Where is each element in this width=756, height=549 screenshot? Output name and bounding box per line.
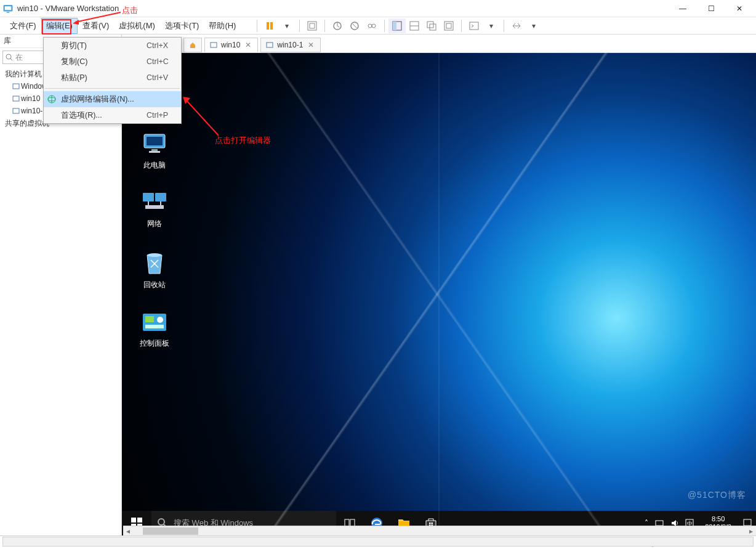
menu-vm[interactable]: 虚拟机(M) <box>114 18 160 34</box>
desktop-icon-controlpanel[interactable]: 控制面板 <box>133 311 176 349</box>
svg-rect-24 <box>211 43 217 47</box>
desktop-icon-thispc[interactable]: 此电脑 <box>133 133 176 171</box>
svg-rect-32 <box>145 205 164 209</box>
tab-win10-1[interactable]: win10-1 ✕ <box>260 38 321 52</box>
svg-rect-2 <box>7 12 10 13</box>
svg-rect-31 <box>155 193 166 201</box>
tab-win10-label: win10 <box>221 41 240 49</box>
annotation-text-open-editor: 点击打开编辑器 <box>215 135 271 146</box>
vmware-icon <box>2 3 14 14</box>
menu-bar: 文件(F) 编辑(E) 查看(V) 虚拟机(M) 选项卡(T) 帮助(H) ▾ … <box>0 17 756 35</box>
svg-rect-39 <box>145 325 164 328</box>
svg-rect-30 <box>143 193 154 201</box>
svg-rect-40 <box>131 518 136 523</box>
suspend-icon[interactable] <box>261 18 278 33</box>
monitor-icon <box>142 133 167 157</box>
globe-icon <box>44 95 60 104</box>
svg-rect-37 <box>145 316 154 322</box>
snapshot-revert-icon[interactable] <box>346 18 363 33</box>
svg-rect-23 <box>13 108 19 113</box>
svg-point-9 <box>372 24 376 28</box>
svg-rect-28 <box>151 149 158 151</box>
vm-icon <box>210 41 217 49</box>
title-bar: win10 - VMware Workstation ― ☐ ✕ <box>0 0 756 17</box>
svg-rect-58 <box>744 519 751 526</box>
tab-strip: win10 ✕ win10-1 ✕ <box>122 35 756 53</box>
menu-item-copy[interactable]: 复制(C) Ctrl+C <box>44 54 181 70</box>
menu-separator <box>45 88 180 89</box>
view-single-icon[interactable] <box>388 18 406 33</box>
svg-rect-41 <box>137 518 142 523</box>
svg-rect-18 <box>470 22 478 30</box>
svg-rect-22 <box>13 96 19 101</box>
menu-item-cut[interactable]: 剪切(T) Ctrl+X <box>44 38 181 54</box>
svg-rect-3 <box>267 22 269 30</box>
svg-point-38 <box>157 317 163 323</box>
menu-help[interactable]: 帮助(H) <box>204 18 241 34</box>
home-icon <box>189 41 196 49</box>
vm-icon <box>266 41 273 49</box>
send-cad-icon[interactable] <box>304 18 321 33</box>
tab-home[interactable] <box>183 38 202 52</box>
content-scrollbar-horizontal[interactable]: ◂ ▸ <box>123 526 756 535</box>
svg-rect-14 <box>427 22 433 28</box>
menu-item-preferences[interactable]: 首选项(R)... Ctrl+P <box>44 107 181 123</box>
window-title: win10 - VMware Workstation <box>17 4 669 13</box>
watermark: @51CTO博客 <box>688 490 746 501</box>
content-area: win10 ✕ win10-1 ✕ 此电脑 网络 <box>122 35 756 535</box>
svg-rect-15 <box>430 24 436 30</box>
tab-win10-1-label: win10-1 <box>277 41 303 49</box>
network-icon <box>142 192 167 215</box>
recyclebin-icon <box>142 250 167 276</box>
library-title: 库 <box>4 36 11 46</box>
view-fullscreen-icon[interactable] <box>440 18 457 33</box>
tab-win10-1-close-icon[interactable]: ✕ <box>307 41 315 49</box>
svg-rect-4 <box>270 22 273 30</box>
menu-edit[interactable]: 编辑(E) <box>41 18 78 34</box>
svg-rect-21 <box>13 84 19 89</box>
tab-win10-close-icon[interactable]: ✕ <box>244 41 252 49</box>
library-search-placeholder: 在 <box>15 52 23 63</box>
svg-point-19 <box>6 54 11 59</box>
dropdown-icon[interactable]: ▾ <box>278 18 296 33</box>
menu-view[interactable]: 查看(V) <box>78 18 114 34</box>
dropdown3-icon[interactable]: ▾ <box>525 18 542 33</box>
annotation-text-click: 点击 <box>122 5 138 16</box>
svg-rect-11 <box>393 22 396 30</box>
minimize-button[interactable]: ― <box>669 0 697 17</box>
scroll-left-icon[interactable]: ◂ <box>123 527 133 535</box>
svg-rect-54 <box>656 521 663 526</box>
console-icon[interactable] <box>465 18 483 33</box>
menu-file[interactable]: 文件(F) <box>5 18 41 34</box>
svg-point-44 <box>158 519 164 525</box>
svg-point-35 <box>147 253 162 257</box>
svg-rect-17 <box>446 23 451 28</box>
stretch-icon[interactable] <box>508 18 525 33</box>
guest-desktop[interactable]: 此电脑 网络 回收站 控制面板 <box>122 53 756 535</box>
svg-point-8 <box>368 24 372 28</box>
svg-rect-29 <box>149 151 160 153</box>
desktop-icon-network[interactable]: 网络 <box>133 192 176 229</box>
view-unity-icon[interactable] <box>423 18 440 33</box>
maximize-button[interactable]: ☐ <box>697 0 725 17</box>
controlpanel-icon <box>142 311 167 335</box>
close-button[interactable]: ✕ <box>725 0 754 17</box>
svg-rect-50 <box>429 523 431 524</box>
dropdown2-icon[interactable]: ▾ <box>483 18 500 33</box>
svg-rect-27 <box>147 137 163 145</box>
svg-rect-25 <box>267 43 273 47</box>
snapshot-take-icon[interactable] <box>329 18 346 33</box>
tab-win10[interactable]: win10 ✕ <box>204 38 258 52</box>
svg-rect-16 <box>444 22 453 30</box>
search-icon <box>6 54 13 61</box>
menu-item-virtual-network-editor[interactable]: 虚拟网络编辑器(N)... <box>44 91 181 107</box>
snapshot-manage-icon[interactable] <box>363 18 380 33</box>
svg-rect-1 <box>5 6 12 10</box>
scroll-right-icon[interactable]: ▸ <box>746 527 756 535</box>
menu-item-paste[interactable]: 粘贴(P) Ctrl+V <box>44 70 181 86</box>
view-console-icon[interactable] <box>406 18 423 33</box>
desktop-icon-recyclebin[interactable]: 回收站 <box>133 250 176 290</box>
menu-tabs[interactable]: 选项卡(T) <box>160 18 204 34</box>
scroll-thumb[interactable] <box>143 527 198 535</box>
edit-menu-dropdown: 剪切(T) Ctrl+X 复制(C) Ctrl+C 粘贴(P) Ctrl+V 虚… <box>43 37 182 124</box>
